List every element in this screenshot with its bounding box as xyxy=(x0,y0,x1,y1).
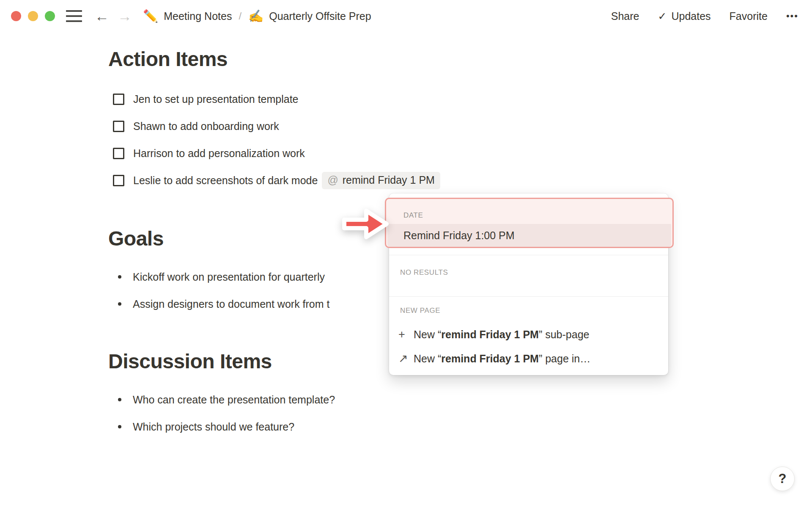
option-text-suffix: ” sub-page xyxy=(539,329,590,341)
new-page-in-option[interactable]: ↗ New “ remind Friday 1 PM ” page in… xyxy=(398,349,662,368)
todo-row: Shawn to add onboarding work xyxy=(108,114,279,138)
sidebar-toggle-icon[interactable] xyxy=(66,10,82,22)
option-text-prefix: New “ xyxy=(414,329,441,341)
todo-row: Leslie to add screenshots of dark mode @… xyxy=(108,168,440,192)
todo-row: Jen to set up presentation template xyxy=(108,87,299,111)
share-button[interactable]: Share xyxy=(611,10,639,22)
todo-label: Shawn to add onboarding work xyxy=(133,120,279,133)
todo-row: Harrison to add personalization work xyxy=(108,141,305,165)
updates-button[interactable]: ✓ Updates xyxy=(658,10,711,22)
option-text-prefix: New “ xyxy=(414,353,441,365)
breadcrumb-item-parent[interactable]: ✏️ Meeting Notes xyxy=(143,9,232,23)
bullet-item: Which projects should we feature? xyxy=(108,415,294,439)
minimize-window-button[interactable] xyxy=(28,11,38,21)
topbar-actions: Share ✓ Updates Favorite ••• xyxy=(611,10,798,22)
bullet-icon xyxy=(118,302,121,306)
more-options-button[interactable]: ••• xyxy=(786,11,798,22)
bullet-label: Who can create the presentation template… xyxy=(133,394,335,406)
annotation-highlight-box: DATE Remind Friday 1:00 PM xyxy=(385,198,674,248)
date-section-label: DATE xyxy=(403,211,423,220)
new-page-section-label: NEW PAGE xyxy=(400,306,440,315)
back-button[interactable]: ← xyxy=(95,9,109,23)
updates-label: Updates xyxy=(671,10,710,22)
bullet-icon xyxy=(118,425,121,428)
option-text-suffix: ” page in… xyxy=(539,353,590,365)
breadcrumb: ✏️ Meeting Notes / ✍️ Quarterly Offsite … xyxy=(143,9,371,23)
todo-label: Leslie to add screenshots of dark mode xyxy=(133,174,318,187)
app-window: ← → ✏️ Meeting Notes / ✍️ Quarterly Offs… xyxy=(0,0,812,508)
remind-date-option[interactable]: Remind Friday 1:00 PM xyxy=(387,224,671,247)
option-text-bold: remind Friday 1 PM xyxy=(441,353,539,365)
checkbox[interactable] xyxy=(113,94,124,105)
remind-date-option-label: Remind Friday 1:00 PM xyxy=(403,229,515,242)
favorite-button[interactable]: Favorite xyxy=(730,10,768,22)
bullet-icon xyxy=(118,275,121,279)
heading-discussion-items: Discussion Items xyxy=(108,350,272,373)
help-button[interactable]: ? xyxy=(770,467,795,491)
check-icon: ✓ xyxy=(658,10,667,22)
writing-hand-icon: ✍️ xyxy=(248,9,263,23)
plus-icon: + xyxy=(398,328,414,341)
help-button-label: ? xyxy=(779,471,787,486)
heading-action-items: Action Items xyxy=(108,47,228,71)
bullet-item: Assign designers to document work from t xyxy=(108,292,329,316)
close-window-button[interactable] xyxy=(11,11,21,21)
bullet-label: Assign designers to document work from t xyxy=(133,298,329,310)
zoom-window-button[interactable] xyxy=(45,11,55,21)
breadcrumb-separator: / xyxy=(239,10,241,22)
breadcrumb-current-label: Quarterly Offsite Prep xyxy=(269,10,371,22)
bullet-item: Who can create the presentation template… xyxy=(108,388,335,411)
checkbox[interactable] xyxy=(113,175,124,186)
divider xyxy=(389,296,668,297)
no-results-label: NO RESULTS xyxy=(400,268,448,277)
heading-goals: Goals xyxy=(108,227,164,250)
arrow-up-right-icon: ↗ xyxy=(398,352,414,365)
todo-label: Harrison to add personalization work xyxy=(133,147,305,160)
forward-button[interactable]: → xyxy=(118,9,132,23)
todo-label: Jen to set up presentation template xyxy=(133,93,299,105)
date-autocomplete-popup: DATE Remind Friday 1:00 PM NO RESULTS NE… xyxy=(389,193,668,375)
date-mention-token[interactable]: @ remind Friday 1 PM xyxy=(322,172,440,189)
checkbox[interactable] xyxy=(113,148,124,159)
titlebar: ← → ✏️ Meeting Notes / ✍️ Quarterly Offs… xyxy=(0,0,812,32)
pencil-icon: ✏️ xyxy=(143,9,158,23)
option-text-bold: remind Friday 1 PM xyxy=(441,329,539,341)
breadcrumb-parent-label: Meeting Notes xyxy=(164,10,232,22)
annotation-arrow-icon xyxy=(340,206,392,242)
divider xyxy=(389,255,668,255)
at-sign-icon: @ xyxy=(327,174,338,186)
bullet-item: Kickoff work on presentation for quarter… xyxy=(108,265,325,289)
bullet-label: Kickoff work on presentation for quarter… xyxy=(133,271,325,283)
checkbox[interactable] xyxy=(113,121,124,132)
mention-query-text: remind Friday 1 PM xyxy=(343,174,435,186)
bullet-label: Which projects should we feature? xyxy=(133,421,294,433)
new-subpage-option[interactable]: + New “ remind Friday 1 PM ” sub-page xyxy=(398,325,662,344)
breadcrumb-item-current[interactable]: ✍️ Quarterly Offsite Prep xyxy=(248,9,371,23)
bullet-icon xyxy=(118,398,121,401)
